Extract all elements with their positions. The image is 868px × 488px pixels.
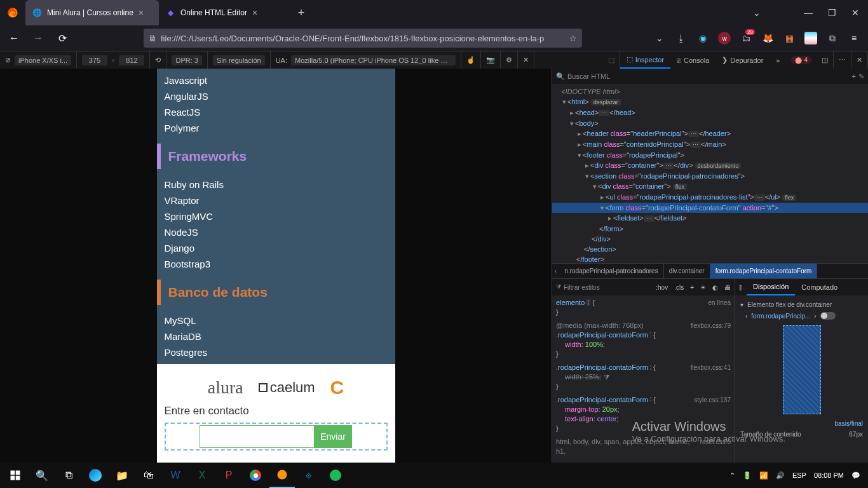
browser-tab[interactable]: 🌐 Mini Alura | Cursos online × — [25, 0, 159, 25]
extension-icon[interactable]: w — [718, 32, 731, 44]
list-item[interactable]: VRaptor — [165, 193, 388, 208]
flex-item-link[interactable]: form.rodapePrincip... — [751, 313, 810, 320]
tab-console[interactable]: ⎚Consola — [670, 51, 715, 69]
funnel-icon[interactable]: ⧩ — [604, 373, 609, 381]
maximize-icon[interactable]: ❐ — [828, 8, 836, 18]
download-icon[interactable]: ⭳ — [675, 32, 688, 44]
new-tab-button[interactable]: + — [292, 0, 310, 25]
list-item[interactable]: Ruby on Rails — [165, 177, 388, 193]
ua-input[interactable]: Mozilla/5.0 (iPhone; CPU iPhone OS 12_0 … — [291, 55, 456, 65]
contrast-icon[interactable]: ◐ — [712, 284, 718, 291]
selected-dom-node[interactable]: ▾<form class="rodapePrincipal-contatoFor… — [552, 203, 868, 213]
list-item[interactable]: MariaDB — [165, 329, 388, 344]
minimize-icon[interactable]: — — [804, 8, 813, 18]
taskbar-app-explorer[interactable]: 📁 — [109, 463, 135, 488]
list-item[interactable]: AngularJS — [165, 88, 388, 104]
taskbar-app-spotify[interactable] — [323, 463, 348, 488]
language-indicator[interactable]: ESP — [792, 471, 806, 479]
chevron-down-icon[interactable]: ▾ — [740, 301, 743, 308]
menu-icon[interactable]: ≡ — [848, 32, 860, 44]
chevron-left-icon[interactable]: ‹ — [552, 268, 559, 274]
extension-icon[interactable]: ▦ — [783, 32, 796, 44]
viewport-height-input[interactable]: 812 — [119, 55, 144, 65]
volume-icon[interactable]: 🔊 — [776, 471, 785, 480]
dom-tree[interactable]: <!DOCTYPE html> ▾<html> desplazar ▸<head… — [552, 84, 868, 263]
chevron-down-icon[interactable]: ⌄ — [753, 8, 761, 18]
device-select[interactable]: iPhone X/XS i... — [15, 55, 71, 65]
browser-tab[interactable]: ◆ Online HTML Editor × — [159, 0, 292, 25]
touch-icon[interactable]: ☝ — [466, 56, 475, 64]
start-button[interactable] — [3, 463, 28, 488]
chevron-left-icon[interactable]: ‹ — [745, 313, 747, 320]
hov-button[interactable]: :hov — [656, 284, 668, 291]
taskbar-app-excel[interactable]: X — [189, 463, 215, 488]
list-item[interactable]: SpringMVC — [165, 208, 388, 224]
dpr-select[interactable]: DPR: 3 — [172, 55, 201, 65]
light-dark-icon[interactable]: ☀ — [700, 284, 706, 291]
taskbar-app-store[interactable]: 🛍 — [136, 463, 161, 488]
list-item[interactable]: Postegres — [165, 344, 388, 360]
pick-element-icon[interactable]: ⬚ — [608, 56, 614, 64]
list-item[interactable]: MySQL — [165, 313, 388, 329]
wifi-icon[interactable]: 📶 — [759, 471, 768, 480]
list-item[interactable]: ReactJS — [165, 104, 388, 120]
sidebar-toggle-icon[interactable]: ⫿ — [735, 283, 747, 291]
chevron-up-icon[interactable]: ⌃ — [729, 471, 735, 480]
add-rule-icon[interactable]: + — [690, 284, 694, 291]
search-icon[interactable]: 🔍 — [29, 463, 55, 488]
notifications-icon[interactable]: 💬 — [851, 471, 860, 480]
list-item[interactable]: Bootstrap3 — [165, 256, 388, 272]
extension-icon[interactable]: ◉ — [696, 32, 709, 44]
tab-debugger[interactable]: ❯Depurador — [715, 51, 770, 69]
list-item[interactable]: Django — [165, 240, 388, 256]
reload-button[interactable]: ⟳ — [52, 28, 72, 48]
list-item[interactable]: Javascript — [165, 72, 388, 88]
back-button[interactable]: ← — [4, 28, 24, 48]
extension-icon[interactable]: 🦊 — [761, 32, 774, 44]
close-devtools-icon[interactable]: ✕ — [857, 56, 862, 64]
css-rules[interactable]: en líneaelemento ⦙ {} flexbox.css:79 @me… — [552, 295, 735, 463]
close-icon[interactable]: × — [139, 8, 144, 18]
settings-icon[interactable]: ⚙ — [506, 56, 512, 64]
close-rdm-icon[interactable]: ✕ — [523, 56, 529, 64]
filter-styles-input[interactable]: ⧩Filtrar estilos — [556, 283, 600, 291]
breadcrumb-item[interactable]: form.rodapePrincipal-contatoForm — [710, 264, 818, 278]
meatball-icon[interactable]: ⋯ — [839, 56, 846, 64]
bookmark-star-icon[interactable]: ☆ — [569, 34, 577, 43]
task-view-icon[interactable]: ⧉ — [56, 463, 81, 488]
extension-icon[interactable]: 🗂28 — [740, 32, 752, 44]
cls-button[interactable]: .cls — [674, 284, 684, 291]
eyedropper-icon[interactable]: ✎ — [858, 72, 864, 81]
tabs-overflow-icon[interactable]: » — [770, 51, 786, 69]
close-window-icon[interactable]: ✕ — [851, 8, 859, 18]
breadcrumb-item[interactable]: div.container — [664, 264, 710, 278]
basis-link[interactable]: basis/final — [835, 420, 863, 427]
battery-icon[interactable]: 🔋 — [743, 471, 752, 480]
url-input[interactable]: 🗎 file:///C:/Users/Leo/Documents/Oracle-… — [144, 29, 582, 48]
throttle-select[interactable]: Sin regulación — [213, 55, 265, 65]
taskbar-app-powerpoint[interactable]: P — [216, 463, 241, 488]
viewport-width-input[interactable]: 375 — [82, 55, 107, 65]
tab-layout[interactable]: Disposición — [747, 279, 795, 295]
breadcrumb-item[interactable]: n.rodapePrincipal-patrocinadores — [559, 264, 663, 278]
flex-overlay-toggle[interactable] — [820, 312, 836, 320]
taskbar-app-vscode[interactable]: ⟐ — [296, 463, 322, 488]
rotate-icon[interactable]: ⟲ — [155, 56, 161, 64]
forward-button[interactable]: → — [28, 28, 48, 48]
list-item[interactable]: NodeJS — [165, 224, 388, 240]
dom-search-input[interactable]: Buscar HTML — [567, 72, 850, 80]
list-item[interactable]: Polymer — [165, 120, 388, 136]
taskbar-app-word[interactable]: W — [163, 463, 188, 488]
chevron-right-icon[interactable]: › — [814, 313, 816, 320]
contact-input[interactable] — [200, 425, 314, 448]
close-icon[interactable]: × — [252, 8, 257, 18]
dock-icon[interactable]: ◫ — [822, 56, 828, 64]
submit-button[interactable]: Enviar — [314, 425, 352, 448]
add-node-icon[interactable]: + — [852, 72, 856, 80]
taskbar-app-firefox[interactable] — [269, 463, 295, 488]
extension-overflow-icon[interactable]: ⧉ — [826, 32, 839, 44]
screenshot-icon[interactable]: 📷 — [486, 56, 495, 64]
tab-inspector[interactable]: ⬚Inspector — [620, 51, 670, 69]
print-icon[interactable]: 🖶 — [724, 284, 731, 291]
extension-icon[interactable] — [804, 32, 817, 44]
